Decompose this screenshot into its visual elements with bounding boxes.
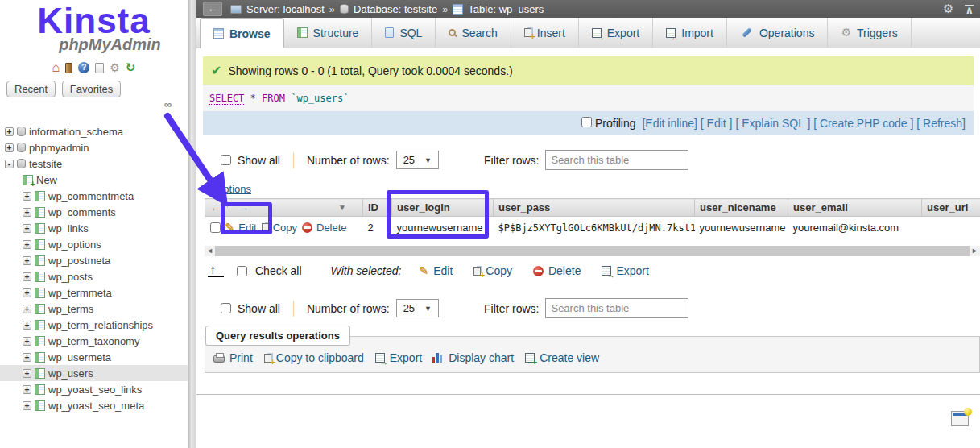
filter-table-input[interactable]	[545, 298, 688, 318]
print-link[interactable]: Print	[213, 351, 253, 364]
expand-icon[interactable]: +	[23, 272, 31, 281]
open-new-window-icon[interactable]	[951, 411, 969, 426]
sidebar-item-testsite[interactable]: - testsite	[0, 156, 188, 172]
sidebar-item-wp-term-taxonomy[interactable]: + wp_term_taxonomy	[0, 333, 188, 349]
column-header-user-nicename[interactable]: user_nicename	[695, 199, 788, 217]
expand-icon[interactable]: +	[23, 353, 31, 362]
check-all-checkbox[interactable]	[237, 266, 247, 276]
move-column-left-icon[interactable]: ←	[210, 201, 221, 214]
column-header-user-pass[interactable]: user_pass	[494, 199, 695, 217]
column-header-user-login[interactable]: user_login	[392, 199, 494, 217]
display-chart-link[interactable]: Display chart	[433, 351, 514, 364]
logout-icon[interactable]	[65, 63, 72, 73]
sidebar-item-wp-comments[interactable]: + wp_comments	[0, 204, 188, 220]
sidebar-item-phpmyadmin[interactable]: + phpmyadmin	[0, 139, 188, 156]
sidebar-item-wp-termmeta[interactable]: + wp_termmeta	[0, 284, 188, 301]
tab-sql[interactable]: SQL	[372, 18, 436, 48]
rows-per-page-select[interactable]: 25 ▼	[396, 299, 439, 317]
sidebar-item-wp-yoast-seo-links[interactable]: + wp_yoast_seo_links	[0, 381, 188, 397]
bulk-copy-link[interactable]: Copy	[473, 264, 512, 277]
show-all-checkbox[interactable]	[221, 155, 231, 165]
tab-export[interactable]: Export	[579, 18, 653, 48]
expand-icon[interactable]: +	[23, 224, 31, 233]
tab-browse[interactable]: Browse	[200, 18, 284, 48]
cell-user-url[interactable]	[922, 217, 980, 239]
cell-user-pass[interactable]: $P$Bjz5XYTglGOLc6KMBkUt/djMN.7kst1	[494, 217, 695, 239]
create-php-code-link[interactable]: [ Create PHP code ]	[813, 117, 913, 130]
sidebar-item-wp-postmeta[interactable]: + wp_postmeta	[0, 252, 188, 268]
row-copy-link[interactable]: Copy	[262, 222, 297, 234]
refresh-link[interactable]: [ Refresh]	[916, 117, 966, 130]
expand-icon[interactable]: +	[5, 143, 14, 152]
create-view-link[interactable]: Create view	[525, 351, 599, 364]
expand-icon[interactable]: +	[23, 192, 31, 201]
breadcrumb-database[interactable]: Database: testsite	[354, 3, 437, 15]
rows-per-page-select[interactable]: 25 ▼	[396, 151, 439, 169]
sidebar-item-wp-links[interactable]: + wp_links	[0, 220, 188, 236]
collapse-expand-icon[interactable]: -	[5, 160, 14, 168]
hide-sidebar-button[interactable]: ←	[203, 2, 222, 16]
row-checkbox[interactable]	[210, 222, 221, 233]
scroll-left-icon[interactable]: ◄	[206, 247, 213, 255]
sidebar-item-wp-options[interactable]: + wp_options	[0, 236, 188, 252]
tab-triggers[interactable]: ⚙ Triggers	[828, 18, 911, 48]
docs-icon[interactable]	[95, 63, 104, 73]
breadcrumb-table[interactable]: Table: wp_users	[468, 3, 544, 15]
expand-icon[interactable]: +	[23, 401, 31, 410]
recent-button[interactable]: Recent	[6, 81, 56, 97]
favorites-button[interactable]: Favorites	[62, 81, 121, 97]
page-settings-gear-icon[interactable]: ⚙	[943, 2, 953, 16]
row-delete-link[interactable]: Delete	[302, 222, 347, 234]
tab-operations[interactable]: Operations	[727, 18, 828, 48]
options-toggle-link[interactable]: + Options	[206, 183, 251, 195]
edit-link[interactable]: [ Edit ]	[701, 117, 733, 130]
home-icon[interactable]: ⌂	[52, 62, 60, 73]
console-collapse-icon[interactable]: ∧	[965, 5, 974, 14]
expand-icon[interactable]: +	[23, 385, 31, 394]
edit-inline-link[interactable]: [Edit inline]	[642, 117, 697, 130]
move-column-right-icon[interactable]: →	[238, 201, 249, 214]
expand-icon[interactable]: +	[23, 288, 31, 297]
breadcrumb-server[interactable]: Server: localhost	[246, 3, 325, 15]
expand-icon[interactable]: +	[23, 337, 31, 346]
column-header-user-url[interactable]: user_url	[922, 199, 980, 217]
explain-sql-link[interactable]: [ Explain SQL ]	[735, 117, 810, 130]
expand-icon[interactable]: +	[23, 256, 31, 265]
horizontal-scrollbar[interactable]: ◄ ►	[205, 246, 980, 256]
expand-icon[interactable]: +	[5, 127, 14, 136]
refresh-icon[interactable]: ↻	[126, 62, 136, 73]
sidebar-item-wp-posts[interactable]: + wp_posts	[0, 268, 188, 284]
sidebar-item-wp-usermeta[interactable]: + wp_usermeta	[0, 349, 188, 365]
sidebar-item-wp-users[interactable]: + wp_users	[0, 365, 188, 381]
bulk-edit-link[interactable]: ✎Edit	[419, 264, 453, 277]
sidebar-item-wp-term-relationships[interactable]: + wp_term_relationships	[0, 317, 188, 333]
column-header-id[interactable]: ID	[363, 199, 392, 217]
sidebar-resize-divider[interactable]	[188, 0, 196, 448]
bulk-export-link[interactable]: Export	[602, 264, 648, 277]
scrollbar-thumb[interactable]	[215, 246, 970, 256]
export-link[interactable]: Export	[375, 351, 422, 364]
sidebar-item-wp-terms[interactable]: + wp_terms	[0, 301, 188, 317]
scroll-right-icon[interactable]: ►	[971, 247, 978, 255]
tab-search[interactable]: Search	[436, 18, 511, 48]
expand-icon[interactable]: +	[23, 208, 31, 217]
expand-icon[interactable]: +	[23, 240, 31, 249]
tab-insert[interactable]: Insert	[511, 18, 579, 48]
settings-gear-icon[interactable]: ⚙	[110, 63, 120, 73]
copy-to-clipboard-link[interactable]: Copy to clipboard	[264, 351, 364, 364]
expand-icon[interactable]: +	[23, 305, 31, 313]
cell-user-nicename[interactable]: yournewusername	[695, 217, 788, 239]
sidebar-item-information-schema[interactable]: + information_schema	[0, 123, 188, 139]
expand-icon[interactable]: +	[23, 321, 31, 330]
help-icon[interactable]: ?	[78, 62, 89, 73]
expand-icon[interactable]: +	[23, 369, 31, 378]
tab-import[interactable]: Import	[653, 18, 727, 48]
cell-user-email[interactable]: youremail@kinsta.com	[788, 217, 922, 239]
filter-table-input[interactable]	[545, 150, 688, 170]
row-edit-link[interactable]: ✎Edit	[225, 222, 257, 234]
bulk-delete-link[interactable]: Delete	[533, 264, 581, 277]
cell-user-login[interactable]: yournewusername	[392, 217, 494, 239]
sidebar-item-wp-yoast-seo-meta[interactable]: + wp_yoast_seo_meta	[0, 397, 188, 413]
cell-id[interactable]: 2	[363, 217, 392, 239]
show-all-checkbox[interactable]	[221, 303, 231, 313]
